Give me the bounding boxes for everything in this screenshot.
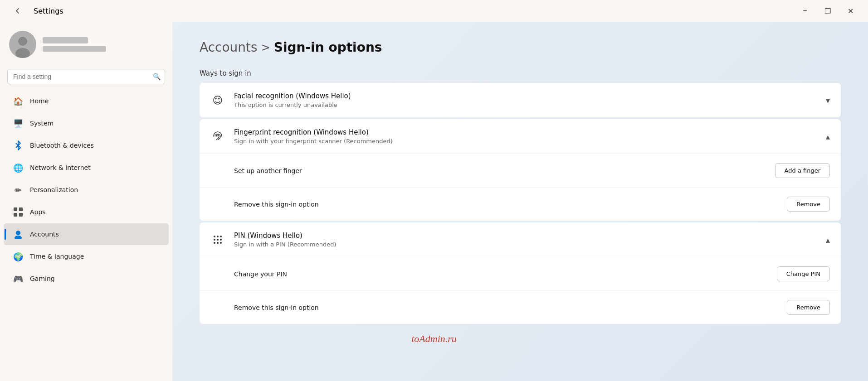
svg-point-14 bbox=[220, 239, 222, 241]
fingerprint-expanded: Set up another finger Add a finger Remov… bbox=[200, 154, 841, 221]
profile-info bbox=[43, 37, 106, 52]
facial-title: Facial recognition (Windows Hello) bbox=[234, 92, 351, 100]
svg-point-8 bbox=[15, 236, 22, 239]
profile-name bbox=[43, 37, 88, 43]
sidebar-item-gaming-label: Gaming bbox=[30, 275, 55, 282]
back-button[interactable] bbox=[7, 4, 28, 18]
home-icon: 🏠 bbox=[13, 96, 24, 106]
personalization-icon: ✏️ bbox=[13, 184, 24, 195]
pin-row-2: Remove this sign-in option Remove bbox=[200, 290, 841, 324]
maximize-button[interactable]: ❐ bbox=[817, 4, 838, 18]
svg-point-11 bbox=[220, 236, 222, 237]
bluetooth-icon bbox=[13, 140, 24, 151]
section-title: Ways to sign in bbox=[200, 69, 841, 77]
pin-header[interactable]: PIN (Windows Hello) Sign in with a PIN (… bbox=[200, 222, 841, 257]
facial-recognition-card: 😊 Facial recognition (Windows Hello) Thi… bbox=[200, 83, 841, 117]
sidebar-item-network-label: Network & internet bbox=[30, 164, 91, 171]
fingerprint-row-2: Remove this sign-in option Remove bbox=[200, 187, 841, 221]
svg-rect-4 bbox=[19, 207, 23, 211]
add-finger-button[interactable]: Add a finger bbox=[775, 163, 830, 178]
breadcrumb-accounts[interactable]: Accounts bbox=[200, 40, 258, 55]
sidebar-item-bluetooth[interactable]: Bluetooth & devices bbox=[4, 135, 169, 156]
svg-point-9 bbox=[214, 236, 215, 237]
remove-pin-label: Remove this sign-in option bbox=[234, 304, 319, 311]
fingerprint-subtitle: Sign in with your fingerprint scanner (R… bbox=[234, 138, 393, 145]
svg-point-10 bbox=[217, 236, 219, 237]
profile-email bbox=[43, 46, 106, 52]
fingerprint-row-1: Set up another finger Add a finger bbox=[200, 154, 841, 187]
remove-fingerprint-button[interactable]: Remove bbox=[787, 197, 830, 212]
sidebar-item-gaming[interactable]: 🎮 Gaming bbox=[4, 268, 169, 289]
sidebar-item-network[interactable]: 🌐 Network & internet bbox=[4, 157, 169, 178]
search-icon: 🔍 bbox=[153, 73, 161, 80]
change-pin-button[interactable]: Change PIN bbox=[777, 266, 830, 281]
breadcrumb: Accounts > Sign-in options bbox=[200, 40, 841, 55]
facial-text: Facial recognition (Windows Hello) This … bbox=[234, 92, 351, 108]
fingerprint-header-left: Fingerprint recognition (Windows Hello) … bbox=[210, 128, 393, 145]
breadcrumb-current: Sign-in options bbox=[274, 40, 382, 55]
sidebar-item-home-label: Home bbox=[30, 97, 49, 105]
fingerprint-chevron: ▴ bbox=[826, 132, 830, 141]
sidebar: 🔍 🏠 Home 🖥️ System Bluetooth & d bbox=[0, 22, 172, 381]
titlebar-title: Settings bbox=[34, 7, 63, 15]
breadcrumb-separator: > bbox=[261, 41, 270, 54]
facial-header-left: 😊 Facial recognition (Windows Hello) Thi… bbox=[210, 92, 351, 108]
facial-subtitle: This option is currently unavailable bbox=[234, 101, 351, 108]
svg-point-15 bbox=[214, 242, 215, 244]
main-layout: 🔍 🏠 Home 🖥️ System Bluetooth & d bbox=[0, 22, 868, 381]
sidebar-item-home[interactable]: 🏠 Home bbox=[4, 90, 169, 112]
sidebar-item-apps[interactable]: Apps bbox=[4, 201, 169, 223]
fingerprint-header[interactable]: Fingerprint recognition (Windows Hello) … bbox=[200, 119, 841, 154]
sidebar-nav: 🏠 Home 🖥️ System Bluetooth & devices 🌐 bbox=[0, 90, 172, 290]
pin-chevron: ▴ bbox=[826, 235, 830, 245]
svg-point-16 bbox=[217, 242, 219, 244]
profile-section bbox=[0, 22, 172, 65]
pin-header-left: PIN (Windows Hello) Sign in with a PIN (… bbox=[210, 231, 336, 248]
svg-point-13 bbox=[217, 239, 219, 241]
remove-pin-button[interactable]: Remove bbox=[787, 300, 830, 315]
pin-text: PIN (Windows Hello) Sign in with a PIN (… bbox=[234, 231, 336, 248]
sidebar-item-system-label: System bbox=[30, 120, 54, 127]
pin-card: PIN (Windows Hello) Sign in with a PIN (… bbox=[200, 222, 841, 324]
sidebar-item-time[interactable]: 🌍 Time & language bbox=[4, 246, 169, 267]
sidebar-item-system[interactable]: 🖥️ System bbox=[4, 112, 169, 134]
pin-expanded: Change your PIN Change PIN Remove this s… bbox=[200, 257, 841, 324]
pin-title: PIN (Windows Hello) bbox=[234, 231, 336, 240]
fingerprint-text: Fingerprint recognition (Windows Hello) … bbox=[234, 128, 393, 145]
sidebar-item-personalization[interactable]: ✏️ Personalization bbox=[4, 179, 169, 201]
fingerprint-title: Fingerprint recognition (Windows Hello) bbox=[234, 128, 393, 136]
minimize-button[interactable]: − bbox=[795, 4, 815, 18]
avatar bbox=[9, 31, 36, 58]
fingerprint-card: Fingerprint recognition (Windows Hello) … bbox=[200, 119, 841, 221]
network-icon: 🌐 bbox=[13, 162, 24, 173]
sidebar-item-time-label: Time & language bbox=[30, 253, 84, 260]
svg-rect-6 bbox=[19, 213, 23, 217]
close-button[interactable]: ✕ bbox=[840, 4, 861, 18]
apps-icon bbox=[13, 207, 24, 217]
sidebar-item-accounts[interactable]: Accounts bbox=[4, 223, 169, 245]
setup-finger-label: Set up another finger bbox=[234, 167, 302, 174]
svg-point-12 bbox=[214, 239, 215, 241]
search-input[interactable] bbox=[7, 69, 165, 84]
svg-rect-5 bbox=[14, 213, 17, 217]
facial-icon: 😊 bbox=[210, 93, 225, 107]
facial-chevron: ▾ bbox=[826, 96, 830, 105]
system-icon: 🖥️ bbox=[13, 118, 24, 129]
sidebar-item-accounts-label: Accounts bbox=[30, 231, 59, 238]
remove-fingerprint-label: Remove this sign-in option bbox=[234, 201, 319, 208]
content-area: Accounts > Sign-in options Ways to sign … bbox=[172, 22, 868, 381]
gaming-icon: 🎮 bbox=[13, 273, 24, 284]
search-box: 🔍 bbox=[7, 69, 165, 84]
titlebar-controls: − ❐ ✕ bbox=[795, 4, 861, 18]
sidebar-item-personalization-label: Personalization bbox=[30, 186, 78, 193]
svg-point-17 bbox=[220, 242, 222, 244]
change-pin-label: Change your PIN bbox=[234, 270, 287, 278]
fingerprint-icon bbox=[210, 129, 225, 144]
pin-subtitle: Sign in with a PIN (Recommended) bbox=[234, 241, 336, 248]
sidebar-item-apps-label: Apps bbox=[30, 208, 46, 216]
sidebar-item-bluetooth-label: Bluetooth & devices bbox=[30, 142, 94, 149]
time-icon: 🌍 bbox=[13, 251, 24, 262]
facial-recognition-header[interactable]: 😊 Facial recognition (Windows Hello) Thi… bbox=[200, 83, 841, 117]
svg-rect-3 bbox=[14, 207, 17, 211]
titlebar: Settings − ❐ ✕ bbox=[0, 0, 868, 22]
